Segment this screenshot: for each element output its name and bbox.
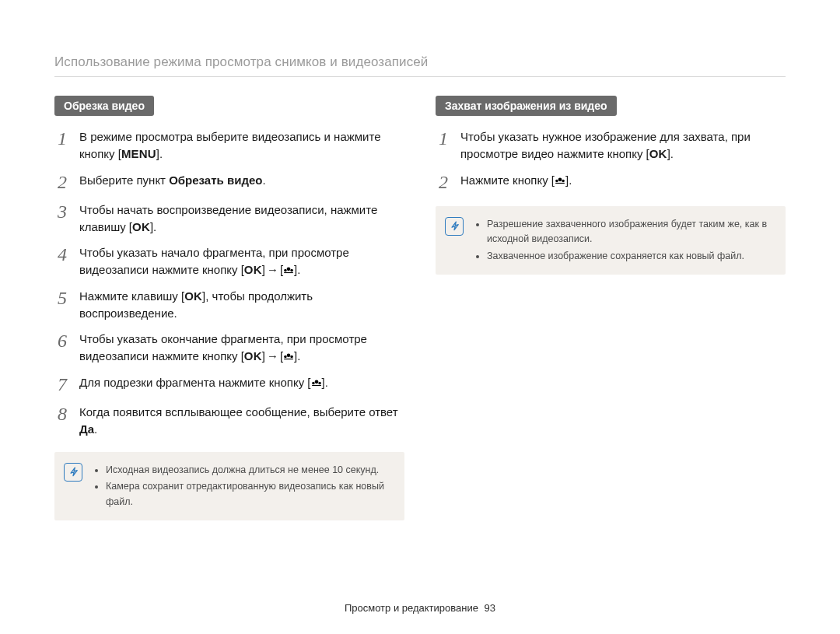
svg-rect-15 [555, 182, 565, 183]
page-header: Использование режима просмотра снимков и… [54, 54, 786, 77]
note-icon [445, 217, 464, 236]
right-column: Захват изображения из видео Чтобы указат… [436, 96, 786, 520]
svg-point-2 [290, 269, 293, 272]
svg-point-14 [562, 179, 565, 182]
svg-point-0 [287, 268, 291, 271]
ok-button-label: OK [244, 349, 262, 363]
svg-point-9 [312, 382, 315, 385]
step: Когда появится всплывающее сообщение, вы… [54, 404, 404, 438]
left-steps: В режиме просмотра выберите видеозапись … [54, 128, 404, 438]
note-item: Захваченное изображение сохраняется как … [487, 249, 773, 264]
note-icon [64, 463, 82, 482]
page-footer: Просмотр и редактирование 93 [0, 602, 840, 614]
pill-capture-image: Захват изображения из видео [436, 96, 617, 116]
pill-trim-video: Обрезка видео [54, 96, 154, 116]
note-item: Разрешение захваченного изображения буде… [487, 217, 773, 247]
arrow-icon: → [265, 263, 280, 276]
svg-rect-7 [284, 359, 293, 359]
step: Чтобы указать нужное изображение для зах… [436, 128, 786, 163]
ok-button-label: OK [649, 147, 667, 160]
note-box: Разрешение захваченного изображения буде… [436, 206, 786, 275]
step: Нажмите клавишу [OK], чтобы продолжить в… [54, 288, 404, 322]
page-number: 93 [485, 602, 495, 614]
arrow-icon: → [265, 349, 280, 363]
flower-icon [311, 378, 322, 387]
flower-icon [283, 265, 294, 275]
step: Чтобы указать начало фрагмента, при прос… [54, 244, 404, 278]
svg-point-12 [558, 177, 562, 181]
note-box: Исходная видеозапись должна длиться не м… [54, 452, 404, 520]
flower-icon [283, 352, 294, 361]
menu-button-label: MENU [121, 147, 156, 160]
step: Чтобы указать окончание фрагмента, при п… [54, 331, 404, 365]
ok-button-label: OK [184, 289, 202, 303]
svg-rect-3 [284, 272, 293, 273]
step: Для подрезки фрагмента нажмите кнопку []… [54, 374, 404, 394]
footer-section: Просмотр и редактирование [345, 602, 478, 614]
svg-point-10 [318, 382, 321, 385]
svg-point-6 [290, 356, 293, 359]
step: Выберите пункт Обрезать видео. [54, 172, 404, 192]
svg-point-13 [555, 179, 558, 182]
step: В режиме просмотра выберите видеозапись … [54, 128, 404, 163]
svg-point-5 [284, 356, 287, 359]
flower-icon [555, 176, 565, 185]
note-item: Камера сохранит отредактированную видеоз… [106, 479, 392, 510]
left-column: Обрезка видео В режиме просмотра выберит… [54, 96, 404, 520]
svg-point-1 [284, 269, 287, 272]
ok-button-label: OK [244, 263, 262, 276]
note-item: Исходная видеозапись должна длиться не м… [106, 463, 392, 478]
right-steps: Чтобы указать нужное изображение для зах… [436, 128, 786, 192]
svg-rect-11 [312, 385, 321, 386]
step: Чтобы начать воспроизведение видеозаписи… [54, 201, 404, 236]
step: Нажмите кнопку []. [436, 172, 786, 192]
svg-point-8 [314, 380, 318, 384]
ok-button-label: OK [132, 220, 150, 233]
svg-point-4 [287, 354, 291, 358]
